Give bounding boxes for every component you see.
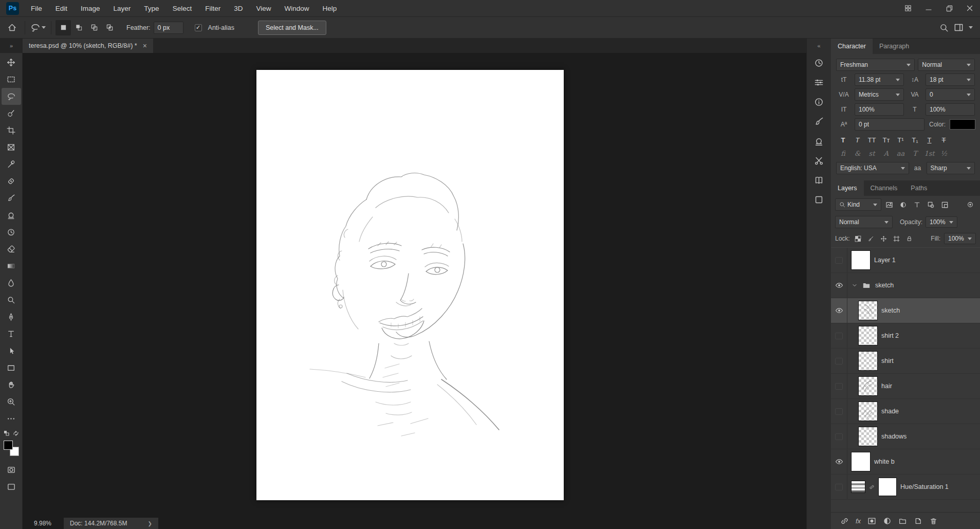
opentype-feature-button[interactable]: A [879, 147, 893, 159]
healing-brush-tool[interactable] [2, 173, 21, 190]
subtract-from-selection-mode-icon[interactable] [86, 20, 102, 35]
zoom-tool[interactable] [2, 393, 21, 410]
restore-button[interactable] [939, 0, 959, 16]
visibility-eye-icon[interactable] [831, 273, 847, 298]
menu-image[interactable]: Image [74, 0, 107, 16]
home-icon[interactable] [3, 19, 21, 37]
link-layers-icon[interactable] [840, 517, 849, 525]
opentype-feature-button[interactable]: st [865, 147, 879, 159]
visibility-eye-icon[interactable] [831, 449, 847, 474]
layer-thumbnail[interactable] [859, 427, 877, 446]
layer-name[interactable]: sketch [881, 307, 900, 314]
rectangle-tool[interactable] [2, 359, 21, 376]
layer-thumbnail[interactable] [859, 326, 877, 345]
delete-layer-icon[interactable] [929, 517, 938, 525]
leading-select[interactable]: 18 pt [926, 74, 975, 86]
blur-tool[interactable] [2, 275, 21, 291]
workspace-caret-icon[interactable] [969, 26, 973, 29]
document-info[interactable]: Doc: 144.2M/768.5M ❯ [64, 518, 158, 529]
info-panel-icon[interactable] [810, 92, 828, 112]
layer-row[interactable]: sketch [831, 273, 980, 298]
tab-layers[interactable]: Layers [831, 180, 864, 196]
visibility-toggle-empty[interactable] [831, 475, 847, 499]
libraries-panel-icon[interactable] [810, 170, 828, 190]
select-and-mask-button[interactable]: Select and Mask... [258, 21, 326, 35]
strikethrough-button[interactable]: T [937, 134, 951, 146]
layer-name[interactable]: Hue/Saturation 1 [900, 483, 949, 490]
feather-input[interactable]: 0 px [154, 22, 183, 34]
anti-alias-checkbox[interactable]: ✓ [195, 24, 202, 31]
path-selection-tool[interactable] [2, 342, 21, 359]
lock-position-icon[interactable] [879, 234, 889, 243]
adjustment-layer-icon[interactable] [852, 481, 865, 492]
filter-type-layers-icon[interactable] [911, 199, 923, 210]
layer-row[interactable]: shadows [831, 424, 980, 449]
visibility-toggle-empty[interactable] [831, 374, 847, 398]
quick-selection-tool[interactable] [2, 105, 21, 122]
filter-adjustment-layers-icon[interactable] [897, 199, 909, 210]
opentype-feature-button[interactable]: ½ [937, 147, 951, 159]
layer-name[interactable]: shirt [881, 357, 894, 364]
filter-smart-objects-icon[interactable] [939, 199, 951, 210]
document-canvas[interactable] [256, 70, 564, 500]
foreground-color-swatch[interactable] [4, 441, 13, 450]
menu-window[interactable]: Window [278, 0, 316, 16]
menu-layer[interactable]: Layer [107, 0, 138, 16]
document-tab[interactable]: teresa.psd @ 10% (sketch, RGB/8#) * × [23, 39, 153, 53]
type-tool[interactable] [2, 325, 21, 342]
history-brush-tool[interactable] [2, 224, 21, 241]
add-to-selection-mode-icon[interactable] [71, 20, 86, 35]
hand-tool[interactable] [2, 376, 21, 393]
text-color-swatch[interactable] [950, 120, 975, 129]
layer-thumbnail[interactable] [859, 352, 877, 370]
opentype-feature-button[interactable]: aa [894, 147, 908, 159]
layer-name[interactable]: white b [874, 458, 895, 465]
layer-row[interactable]: shade [831, 399, 980, 424]
all-caps-button[interactable]: TT [865, 134, 879, 146]
swap-colors-icon[interactable] [13, 430, 19, 436]
close-tab-icon[interactable]: × [143, 42, 147, 49]
screen-mode-icon[interactable] [2, 478, 21, 495]
baseline-shift-input[interactable]: 0 pt [855, 118, 924, 131]
opacity-select[interactable]: 100% [926, 216, 957, 228]
tab-paragraph[interactable]: Paragraph [873, 39, 916, 54]
font-size-select[interactable]: 11.38 pt [855, 74, 904, 86]
superscript-button[interactable]: T¹ [894, 134, 908, 146]
layer-row[interactable]: sketch [831, 298, 980, 323]
underline-button[interactable]: T [922, 134, 936, 146]
menu-view[interactable]: View [249, 0, 278, 16]
visibility-eye-icon[interactable] [831, 298, 847, 323]
layer-name[interactable]: Layer 1 [874, 257, 896, 264]
layer-row[interactable]: Layer 1 [831, 248, 980, 273]
tracking-select[interactable]: 0 [926, 88, 975, 101]
layer-comps-panel-icon[interactable] [810, 190, 828, 209]
dodge-tool[interactable] [2, 291, 21, 308]
visibility-toggle-empty[interactable] [831, 399, 847, 424]
layer-row[interactable]: shirt 2 [831, 323, 980, 349]
new-selection-mode-icon[interactable] [56, 20, 71, 35]
clone-stamp-tool[interactable] [2, 207, 21, 224]
visibility-toggle-empty[interactable] [831, 349, 847, 373]
opentype-feature-button[interactable]: fi [836, 147, 850, 159]
fill-select[interactable]: 100% [944, 233, 976, 244]
font-family-select[interactable]: Freshman [836, 59, 915, 71]
lock-transparency-icon[interactable] [854, 234, 863, 243]
new-group-icon[interactable] [898, 517, 907, 525]
rectangular-marquee-tool[interactable] [2, 71, 21, 88]
expand-panels-icon[interactable]: « [807, 39, 831, 53]
layer-name[interactable]: sketch [875, 282, 894, 289]
opentype-feature-button[interactable]: T [908, 147, 922, 159]
vertical-scale-input[interactable]: 100% [855, 103, 904, 116]
layer-thumbnail[interactable] [859, 377, 877, 395]
visibility-toggle-empty[interactable] [831, 323, 847, 348]
active-tool-lasso-icon[interactable] [29, 19, 47, 37]
lock-artboard-icon[interactable] [892, 234, 901, 243]
kerning-select[interactable]: Metrics [855, 88, 904, 101]
layer-thumbnail[interactable] [852, 251, 870, 269]
layer-row[interactable]: hair [831, 374, 980, 399]
scissors-panel-icon[interactable] [810, 151, 828, 170]
menu-help[interactable]: Help [316, 0, 343, 16]
layer-row[interactable]: Hue/Saturation 1 [831, 475, 980, 500]
close-button[interactable] [959, 0, 980, 16]
eyedropper-tool[interactable] [2, 156, 21, 173]
